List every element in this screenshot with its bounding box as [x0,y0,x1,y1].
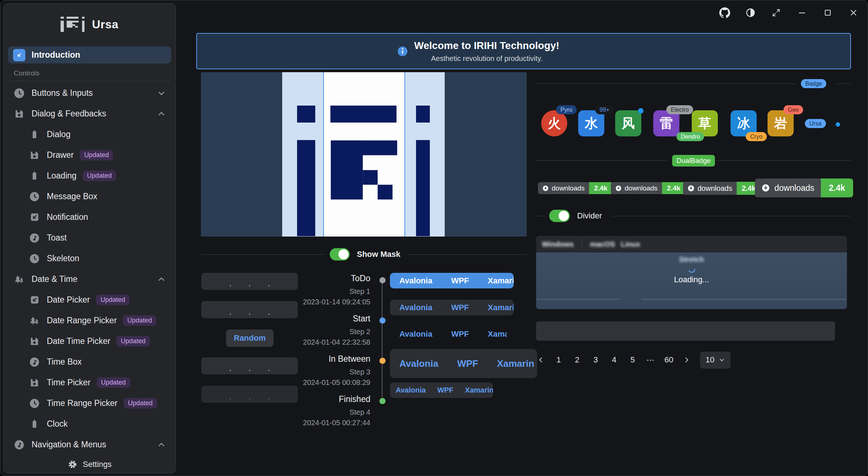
divider-line [536,160,667,161]
sidebar-item-date-range-picker[interactable]: Date Range Picker Updated [8,310,171,331]
sidebar-group-navigation-menus[interactable]: Navigation & Menus [8,434,171,455]
sidebar-group-date-time[interactable]: Date & Time [8,269,171,290]
avalonia-button[interactable]: Avalonia [390,300,442,315]
sidebar-item-drawer[interactable]: Drawer Updated [8,145,171,165]
sidebar-item-clock[interactable]: Clock [8,414,171,434]
tile-char: 水 [585,115,598,132]
badge-pill: Pyro [556,105,577,114]
sidebar-item-time-range-picker[interactable]: Time Range Picker Updated [8,393,171,414]
page-number[interactable]: 1 [554,355,563,365]
sidebar-group-buttons-inputs[interactable]: Buttons & Inputs [8,83,171,103]
app-window: Ursa Introduction Controls Buttons & Inp… [0,0,868,476]
banner-subtitle: Aesthetic revolution of productivity. [414,54,559,63]
section-label: Controls [8,63,171,81]
xamarin-button[interactable]: Xamarin [459,382,493,398]
show-mask-toggle[interactable] [330,248,350,260]
avalonia-button[interactable]: Avalonia [390,273,442,288]
tab-macos[interactable]: macOS [590,240,615,249]
page-size-select[interactable]: 10 [700,352,731,369]
prev-page-button[interactable] [537,356,544,364]
fullscreen-icon [772,8,781,17]
settings-button[interactable]: Settings [4,456,175,473]
ip-dot-separator: . [268,395,270,398]
tile-char: 风 [622,115,635,132]
fullscreen-button[interactable] [767,5,785,20]
page-number[interactable]: 3 [591,355,600,365]
page-number[interactable]: 5 [628,355,637,365]
irihi-logo-large [297,106,430,236]
floppy-icon [13,108,25,120]
sidebar-group-dialog-feedbacks[interactable]: Dialog & Feedbacks [8,103,171,124]
sidebar-item-date-picker[interactable]: Date Picker Updated [8,290,171,310]
toggle-knob [559,211,569,221]
page-number[interactable]: 2 [573,355,581,365]
sidebar-item-time-picker[interactable]: Time Picker Updated [8,372,171,393]
tab-windows[interactable]: Windows [542,240,574,249]
xamarin-button[interactable]: Xamarin [478,300,514,315]
empty-input-bar[interactable] [536,321,835,341]
maximize-button[interactable] [819,5,837,20]
sidebar-item-loading[interactable]: Loading Updated [8,165,171,186]
xamarin-button[interactable]: Xamarin [478,327,507,342]
battery-icon [28,170,41,182]
wpf-button[interactable]: WPF [432,382,459,398]
sidebar-item-date-time-picker[interactable]: Date Time Picker Updated [8,331,171,352]
ip-dot-separator: . [229,310,231,314]
chevron-down-icon [719,357,725,363]
timeline-step-name: ToDo [280,274,370,283]
sidebar-item-introduction[interactable]: Introduction [8,46,171,63]
sidebar-item-time-box[interactable]: Time Box [8,352,171,372]
avalonia-button[interactable]: Avalonia [390,382,432,398]
minimize-button[interactable] [793,5,811,20]
dual-badge-section-pill: DualBadge [672,155,715,167]
timeline-step-date: 2023-01-14 09:24:05 [254,298,370,306]
timeline-dot-finished [379,398,386,404]
sidebar-nav: Introduction Controls Buttons & Inputs D… [8,46,171,456]
badge-pill: 99+ [595,105,614,114]
divider-toggle[interactable] [549,210,570,222]
next-page-button[interactable] [683,356,690,364]
sidebar-item-label: Skeleton [47,254,79,263]
xamarin-button[interactable]: Xamarin [488,349,537,378]
wpf-button[interactable]: WPF [442,273,478,288]
tab-linux[interactable]: Linux [621,240,640,249]
maximize-icon [823,8,832,17]
page-number[interactable]: 4 [610,355,618,365]
close-icon [849,8,858,17]
music-note-icon [28,356,41,368]
wpf-button[interactable]: WPF [442,327,478,342]
wpf-button[interactable]: WPF [448,349,488,378]
wpf-button[interactable]: WPF [442,300,478,315]
xamarin-button[interactable]: Xamarin [478,273,514,288]
sidebar-item-label: Time Picker [47,378,91,387]
avalonia-button[interactable]: Avalonia [390,327,442,342]
sidebar-item-dialog[interactable]: Dialog [8,124,171,145]
timeline-step-label: Step 3 [254,368,370,376]
tab-bar: Windows macOS Linux [536,236,847,253]
timeline-line [382,283,383,398]
badge-tile-pyro: 火 Pyro [541,110,567,136]
sidebar-item-label: Drawer [47,150,74,160]
pine-trees-icon [13,273,25,286]
sidebar-item-notification[interactable]: Notification [8,207,171,227]
github-button[interactable] [716,5,734,20]
sidebar-item-label: Time Range Picker [47,398,118,408]
ip-dot-separator: . [229,395,231,398]
clock-icon [13,87,25,99]
badge-tile-electro: 雷 Electro [653,110,679,136]
updated-badge: Updated [124,398,157,409]
sidebar-item-skeleton[interactable]: Skeleton [8,248,171,269]
timeline-step-label: Step 2 [254,328,370,336]
last-page-number[interactable]: 60 [665,355,673,365]
sidebar-item-message-box[interactable]: Message Box [8,186,171,207]
divider-line [536,216,546,216]
avalonia-button[interactable]: Avalonia [390,349,448,378]
settings-label: Settings [83,460,112,469]
button-group-dark-large: Avalonia WPF Xamarin [390,349,537,378]
close-button[interactable] [844,5,863,20]
theme-toggle-button[interactable] [741,5,760,20]
sidebar-item-label: Dialog & Feedbacks [32,109,106,119]
downloads-label: downloads [552,184,585,192]
sidebar-item-toast[interactable]: Toast [8,227,171,248]
ip-dot-separator: . [268,310,270,314]
